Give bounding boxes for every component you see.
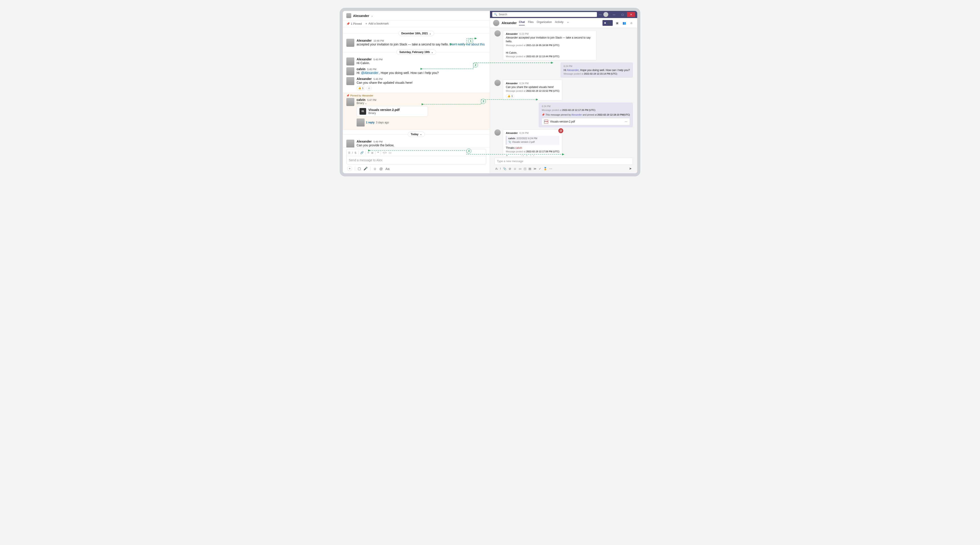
close-icon[interactable]: ✕	[627, 12, 635, 17]
mention[interactable]: calvin	[515, 146, 522, 149]
attach-icon[interactable]: 📎	[503, 167, 506, 170]
pinned-count[interactable]: 📌 1 Pinned	[346, 22, 362, 25]
mic-icon[interactable]: 🎤	[363, 167, 368, 171]
avatar[interactable]	[603, 12, 608, 17]
channel-title[interactable]: Alexander	[353, 14, 369, 17]
timestamp: 10:48 PM	[374, 40, 384, 42]
chevron-down-icon[interactable]: ⌄	[365, 102, 367, 105]
more-icon[interactable]: ⋯	[599, 13, 601, 16]
timestamp: 6:24 PM	[519, 82, 528, 85]
schedule-icon[interactable]: ▤	[528, 167, 531, 170]
reaction[interactable]: 👍1	[506, 94, 514, 99]
bold-icon[interactable]: B	[348, 151, 350, 154]
italic-icon[interactable]: I	[352, 151, 353, 154]
mention-icon[interactable]: @	[379, 167, 383, 171]
call-buttons[interactable]: ■ 📞	[603, 20, 613, 26]
avatar	[495, 129, 501, 136]
mention[interactable]: Alexander	[566, 68, 578, 72]
timestamp: 5:43 PM	[374, 58, 383, 61]
more-icon[interactable]: ⋯	[625, 120, 627, 124]
sender-name[interactable]: calvin	[356, 67, 366, 71]
chevron-down-icon: ⌄	[429, 32, 431, 35]
dont-notify-link[interactable]: Don't notify me about this	[450, 43, 485, 46]
chevron-down-icon[interactable]: ⌄	[371, 14, 373, 17]
message-input[interactable]: Send a message to Alex	[347, 156, 486, 164]
timestamp: 5:45 PM	[374, 78, 383, 80]
emoji-icon[interactable]: ☺	[513, 167, 516, 170]
chevron-down-icon: ⌄	[431, 51, 433, 54]
thread-timestamp: 3 days ago	[376, 121, 389, 124]
file-attachment[interactable]: 01 Visuals version 2.pdf Binary	[356, 106, 428, 117]
video-icon[interactable]: ▢	[358, 167, 361, 171]
more-icon[interactable]: ⋯	[549, 167, 552, 170]
codeblock-icon[interactable]: ▭	[389, 151, 391, 154]
date-divider[interactable]: Saturday, February 19th ⌄	[396, 49, 436, 55]
timestamp: 6:23 PM	[519, 32, 528, 36]
avatar	[346, 77, 354, 85]
screenshare-icon[interactable]: ▣	[614, 20, 620, 25]
message-bubble: Alexander6:23 PM Alexander accepted your…	[503, 30, 597, 60]
message: Alexander5:49 PM Can you provide the bel…	[343, 139, 490, 148]
date-divider[interactable]: December 16th, 2021 ⌄	[398, 31, 434, 36]
timestamp: 5:45 PM	[367, 68, 376, 71]
ordered-list-icon[interactable]: ≡	[368, 151, 369, 154]
plus-icon[interactable]: ＋	[347, 166, 352, 171]
popout-icon[interactable]: ⎋	[629, 20, 634, 25]
pdf-icon: PDF	[544, 119, 548, 124]
maximize-icon[interactable]: ▢	[619, 12, 627, 17]
code-icon[interactable]: </>	[383, 151, 387, 154]
message-input[interactable]: Type a new message	[495, 158, 633, 165]
blockquote-icon[interactable]: ❝	[377, 151, 379, 154]
avatar	[346, 13, 351, 18]
quoted-reply: calvin2/22/2022 6:24 PM 📎 Visuals versio…	[506, 136, 559, 145]
sender-name[interactable]: calvin	[356, 98, 366, 102]
bullet-list-icon[interactable]: ≣	[371, 151, 374, 154]
timestamp: 6:24 PM	[563, 65, 630, 68]
sender-name[interactable]: Alexander	[356, 57, 372, 61]
sender-name[interactable]: Alexander	[356, 140, 372, 143]
loop-icon[interactable]: ⊘	[509, 167, 511, 170]
reaction[interactable]: 👍1	[356, 86, 365, 91]
call-icon: 📞	[608, 21, 611, 24]
tab-chat[interactable]: Chat	[519, 21, 525, 25]
add-bookmark[interactable]: ＋ Add a bookmark	[365, 22, 389, 25]
timestamp: 5:49 PM	[374, 140, 383, 143]
gif-icon[interactable]: ▭	[519, 167, 522, 170]
approvals-icon[interactable]: ✓	[539, 167, 541, 170]
message-bubble: 6:24 PM Message posted at 2022-02-19 12:…	[539, 103, 633, 127]
sender-name[interactable]: Alexander	[356, 77, 372, 81]
sender-name: Alexander	[506, 132, 518, 135]
add-tab-icon[interactable]: ＋	[566, 21, 569, 25]
pinned-message-block: 📌 Pinned by Alexander calvin5:47 PM Bina…	[343, 93, 490, 130]
chat-title: Alexander	[501, 21, 517, 25]
file-attachment[interactable]: PDF Visuals-version-2.pdf ⋯	[542, 118, 630, 125]
sender-name: Alexander	[506, 32, 518, 36]
emoji-icon[interactable]: ☺	[373, 167, 377, 171]
mention[interactable]: @Alexander	[360, 71, 379, 75]
tab-organization[interactable]: Organization	[537, 21, 552, 25]
send-icon[interactable]: ➤	[629, 167, 632, 171]
sender-name[interactable]: Alexander	[356, 39, 372, 42]
sticker-icon[interactable]: ◫	[523, 167, 526, 170]
format-icon[interactable]: Aa	[385, 167, 390, 171]
stream-icon[interactable]: ≫	[533, 167, 536, 170]
minimize-icon[interactable]: —	[610, 12, 618, 17]
praise-icon[interactable]: 🏅	[544, 167, 547, 170]
search-input[interactable]: 🔍 Search	[492, 12, 597, 17]
priority-icon[interactable]: !	[500, 167, 501, 170]
avatar	[346, 57, 354, 65]
format-icon[interactable]: Aᵢ	[495, 167, 498, 170]
link-icon[interactable]: 🔗	[360, 151, 364, 154]
strike-icon[interactable]: S̶	[355, 151, 356, 154]
thread-reply-link[interactable]: 1 reply	[366, 121, 375, 124]
search-icon: 🔍	[494, 13, 497, 16]
message-bubble: Alexander6:24 PM Can you share the updat…	[503, 80, 562, 100]
add-people-icon[interactable]: 👥	[622, 20, 627, 25]
tab-activity[interactable]: Activity	[555, 21, 563, 25]
pin-icon: 📌	[542, 113, 545, 116]
add-reaction-icon[interactable]: ☺	[366, 86, 372, 91]
chevron-down-icon: ⌄	[420, 133, 422, 136]
avatar	[493, 20, 500, 26]
tab-files[interactable]: Files	[528, 21, 533, 25]
date-divider[interactable]: Today ⌄	[408, 132, 425, 137]
